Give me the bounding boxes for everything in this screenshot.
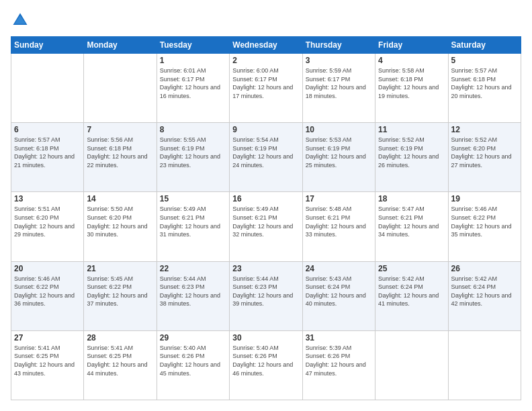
- day-number: 22: [160, 264, 226, 273]
- day-info: Sunrise: 5:52 AM Sunset: 6:20 PM Dayligh…: [451, 136, 518, 169]
- calendar-cell: 26Sunrise: 5:42 AM Sunset: 6:24 PM Dayli…: [448, 261, 521, 330]
- day-number: 25: [378, 264, 445, 273]
- calendar-cell: 30Sunrise: 5:40 AM Sunset: 6:26 PM Dayli…: [230, 330, 302, 400]
- page: SundayMondayTuesdayWednesdayThursdayFrid…: [0, 0, 532, 411]
- calendar-cell: 10Sunrise: 5:53 AM Sunset: 6:19 PM Dayli…: [302, 123, 375, 192]
- day-info: Sunrise: 5:40 AM Sunset: 6:26 PM Dayligh…: [160, 344, 226, 377]
- day-number: 21: [87, 264, 153, 273]
- calendar-cell: 24Sunrise: 5:43 AM Sunset: 6:24 PM Dayli…: [302, 261, 375, 330]
- day-number: 10: [306, 125, 372, 134]
- calendar-cell: 25Sunrise: 5:42 AM Sunset: 6:24 PM Dayli…: [375, 261, 448, 330]
- day-info: Sunrise: 5:46 AM Sunset: 6:22 PM Dayligh…: [451, 205, 518, 238]
- day-info: Sunrise: 5:57 AM Sunset: 6:18 PM Dayligh…: [14, 136, 81, 169]
- day-info: Sunrise: 5:45 AM Sunset: 6:22 PM Dayligh…: [87, 275, 153, 308]
- day-number: 28: [87, 333, 153, 342]
- calendar-cell: 16Sunrise: 5:49 AM Sunset: 6:21 PM Dayli…: [230, 192, 302, 261]
- calendar-cell: [448, 330, 521, 400]
- day-number: 3: [306, 56, 372, 65]
- calendar-cell: 29Sunrise: 5:40 AM Sunset: 6:26 PM Dayli…: [157, 330, 229, 400]
- day-info: Sunrise: 5:52 AM Sunset: 6:19 PM Dayligh…: [378, 136, 445, 169]
- header: [11, 11, 521, 30]
- day-number: 14: [87, 194, 153, 203]
- day-info: Sunrise: 5:58 AM Sunset: 6:18 PM Dayligh…: [378, 66, 445, 100]
- day-number: 13: [14, 194, 81, 203]
- calendar-cell: 9Sunrise: 5:54 AM Sunset: 6:19 PM Daylig…: [230, 123, 302, 192]
- day-header: Wednesday: [230, 37, 302, 54]
- day-header: Monday: [84, 37, 157, 54]
- day-info: Sunrise: 5:48 AM Sunset: 6:21 PM Dayligh…: [306, 205, 372, 238]
- day-number: 11: [378, 125, 445, 134]
- calendar-cell: [11, 54, 84, 123]
- day-info: Sunrise: 5:44 AM Sunset: 6:23 PM Dayligh…: [232, 275, 299, 308]
- day-info: Sunrise: 5:50 AM Sunset: 6:20 PM Dayligh…: [87, 205, 153, 238]
- day-number: 1: [160, 56, 226, 65]
- calendar-cell: 11Sunrise: 5:52 AM Sunset: 6:19 PM Dayli…: [375, 123, 448, 192]
- day-number: 18: [378, 194, 445, 203]
- calendar-cell: 14Sunrise: 5:50 AM Sunset: 6:20 PM Dayli…: [84, 192, 157, 261]
- day-number: 19: [451, 194, 518, 203]
- calendar-cell: 15Sunrise: 5:49 AM Sunset: 6:21 PM Dayli…: [157, 192, 229, 261]
- day-info: Sunrise: 5:41 AM Sunset: 6:25 PM Dayligh…: [87, 344, 153, 377]
- day-info: Sunrise: 5:47 AM Sunset: 6:21 PM Dayligh…: [378, 205, 445, 238]
- day-info: Sunrise: 5:57 AM Sunset: 6:18 PM Dayligh…: [451, 66, 518, 100]
- day-info: Sunrise: 5:42 AM Sunset: 6:24 PM Dayligh…: [451, 275, 518, 308]
- calendar-cell: 31Sunrise: 5:39 AM Sunset: 6:26 PM Dayli…: [302, 330, 375, 400]
- day-number: 7: [87, 125, 153, 134]
- day-header: Friday: [375, 37, 448, 54]
- day-header: Tuesday: [157, 37, 229, 54]
- calendar-cell: [375, 330, 448, 400]
- day-number: 4: [378, 56, 445, 65]
- day-number: 16: [232, 194, 299, 203]
- calendar-cell: 6Sunrise: 5:57 AM Sunset: 6:18 PM Daylig…: [11, 123, 84, 192]
- day-info: Sunrise: 6:00 AM Sunset: 6:17 PM Dayligh…: [232, 66, 299, 100]
- calendar-cell: 17Sunrise: 5:48 AM Sunset: 6:21 PM Dayli…: [302, 192, 375, 261]
- day-info: Sunrise: 5:53 AM Sunset: 6:19 PM Dayligh…: [306, 136, 372, 169]
- day-info: Sunrise: 5:40 AM Sunset: 6:26 PM Dayligh…: [232, 344, 299, 377]
- calendar-cell: 12Sunrise: 5:52 AM Sunset: 6:20 PM Dayli…: [448, 123, 521, 192]
- day-info: Sunrise: 5:46 AM Sunset: 6:22 PM Dayligh…: [14, 275, 81, 308]
- calendar-cell: 27Sunrise: 5:41 AM Sunset: 6:25 PM Dayli…: [11, 330, 84, 400]
- day-number: 27: [14, 333, 81, 342]
- calendar-cell: 4Sunrise: 5:58 AM Sunset: 6:18 PM Daylig…: [375, 54, 448, 123]
- calendar-cell: 18Sunrise: 5:47 AM Sunset: 6:21 PM Dayli…: [375, 192, 448, 261]
- calendar-cell: 21Sunrise: 5:45 AM Sunset: 6:22 PM Dayli…: [84, 261, 157, 330]
- calendar-cell: 19Sunrise: 5:46 AM Sunset: 6:22 PM Dayli…: [448, 192, 521, 261]
- calendar-cell: 13Sunrise: 5:51 AM Sunset: 6:20 PM Dayli…: [11, 192, 84, 261]
- day-info: Sunrise: 5:39 AM Sunset: 6:26 PM Dayligh…: [306, 344, 372, 377]
- day-info: Sunrise: 5:59 AM Sunset: 6:17 PM Dayligh…: [306, 66, 372, 100]
- calendar-cell: 28Sunrise: 5:41 AM Sunset: 6:25 PM Dayli…: [84, 330, 157, 400]
- day-number: 6: [14, 125, 81, 134]
- day-number: 24: [306, 264, 372, 273]
- calendar-cell: 7Sunrise: 5:56 AM Sunset: 6:18 PM Daylig…: [84, 123, 157, 192]
- day-header: Saturday: [448, 37, 521, 54]
- day-number: 17: [306, 194, 372, 203]
- day-number: 5: [451, 56, 518, 65]
- day-info: Sunrise: 5:41 AM Sunset: 6:25 PM Dayligh…: [14, 344, 81, 377]
- day-number: 29: [160, 333, 226, 342]
- day-info: Sunrise: 5:49 AM Sunset: 6:21 PM Dayligh…: [232, 205, 299, 238]
- day-number: 9: [232, 125, 299, 134]
- day-header: Thursday: [302, 37, 375, 54]
- day-info: Sunrise: 5:55 AM Sunset: 6:19 PM Dayligh…: [160, 136, 226, 169]
- day-number: 8: [160, 125, 226, 134]
- calendar-cell: [84, 54, 157, 123]
- day-number: 15: [160, 194, 226, 203]
- calendar-cell: 1Sunrise: 6:01 AM Sunset: 6:17 PM Daylig…: [157, 54, 229, 123]
- day-number: 2: [232, 56, 299, 65]
- calendar-cell: 3Sunrise: 5:59 AM Sunset: 6:17 PM Daylig…: [302, 54, 375, 123]
- calendar-cell: 20Sunrise: 5:46 AM Sunset: 6:22 PM Dayli…: [11, 261, 84, 330]
- logo: [11, 11, 32, 30]
- calendar-cell: 23Sunrise: 5:44 AM Sunset: 6:23 PM Dayli…: [230, 261, 302, 330]
- day-number: 26: [451, 264, 518, 273]
- day-number: 31: [306, 333, 372, 342]
- calendar-cell: 8Sunrise: 5:55 AM Sunset: 6:19 PM Daylig…: [157, 123, 229, 192]
- day-info: Sunrise: 5:49 AM Sunset: 6:21 PM Dayligh…: [160, 205, 226, 238]
- day-info: Sunrise: 5:43 AM Sunset: 6:24 PM Dayligh…: [306, 275, 372, 308]
- day-info: Sunrise: 5:44 AM Sunset: 6:23 PM Dayligh…: [160, 275, 226, 308]
- day-number: 20: [14, 264, 81, 273]
- calendar-cell: 2Sunrise: 6:00 AM Sunset: 6:17 PM Daylig…: [230, 54, 302, 123]
- day-info: Sunrise: 5:54 AM Sunset: 6:19 PM Dayligh…: [232, 136, 299, 169]
- day-number: 12: [451, 125, 518, 134]
- logo-icon: [11, 11, 30, 30]
- calendar: SundayMondayTuesdayWednesdayThursdayFrid…: [11, 36, 521, 400]
